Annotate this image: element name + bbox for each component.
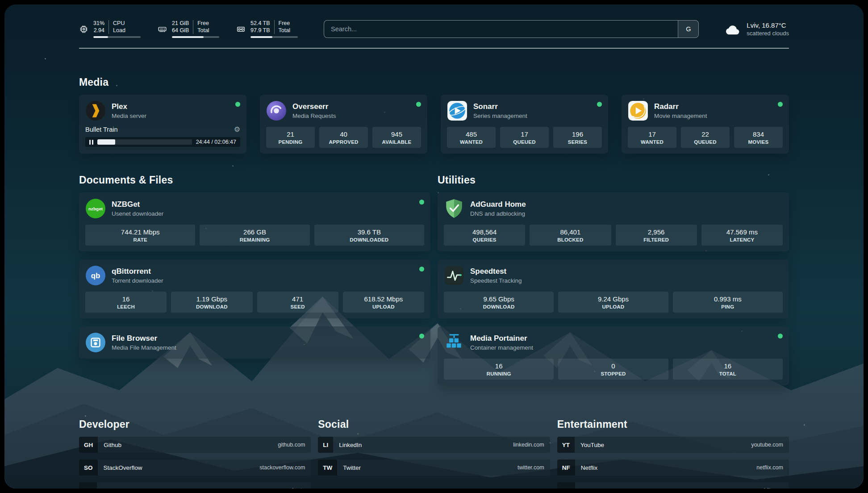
playback-progress[interactable] <box>97 139 192 145</box>
top-bar: 31% 2.94 CPU Load <box>79 16 789 42</box>
service-description: Container management <box>470 344 533 351</box>
plex-icon <box>85 100 106 121</box>
search-provider-button[interactable]: G <box>678 21 698 38</box>
bookmark-dev[interactable]: DT DEV dev.to <box>79 482 311 489</box>
adguard-icon <box>444 198 464 219</box>
stat-pending: 21PENDING <box>266 127 315 148</box>
stat-series: 196SERIES <box>553 127 602 148</box>
weather-location: Lviv, 16.87°C <box>747 21 789 29</box>
bookmark-stackoverflow[interactable]: SO StackOverflow stackoverflow.com <box>79 460 311 476</box>
stat-upload: 618.52 MbpsUPLOAD <box>343 292 424 313</box>
portainer-icon <box>444 332 464 353</box>
service-description: Torrent downloader <box>112 277 163 284</box>
speedtest-icon <box>444 265 464 286</box>
stat-download: 1.19 GbpsDOWNLOAD <box>171 292 252 313</box>
memory-widget: 21 GiB 64 GiB Free Total <box>158 20 219 38</box>
service-name: File Browser <box>112 334 176 343</box>
memory-total-value: 64 GiB <box>172 27 189 34</box>
status-dot <box>778 102 783 107</box>
service-description: Media File Management <box>112 344 176 351</box>
bookmark-twitter[interactable]: TW Twitter twitter.com <box>318 460 550 476</box>
section-documents: Documents & Files nzbget NZBGet Usenet d… <box>79 174 430 359</box>
service-card-portainer[interactable]: Media Portainer Container management 16R… <box>438 326 789 385</box>
cpu-usage-value: 31% <box>93 20 104 27</box>
stat-upload: 9.24 GbpsUPLOAD <box>558 292 668 313</box>
status-dot <box>416 102 421 107</box>
section-title-social: Social <box>318 418 550 430</box>
disk-widget: 52.4 TB 97.9 TB Free Total <box>236 20 298 38</box>
service-card-adguard[interactable]: AdGuard Home DNS and adblocking 498,564Q… <box>438 192 789 251</box>
overseerr-icon <box>266 100 287 121</box>
stat-remaining: 266 GBREMAINING <box>200 225 309 246</box>
memory-total-label: Total <box>197 27 209 34</box>
sonarr-icon <box>447 100 467 121</box>
bookmark-reddit[interactable]: RE Reddit reddit.com <box>557 482 789 489</box>
service-name: Plex <box>112 102 146 111</box>
stat-stopped: 0STOPPED <box>558 359 668 380</box>
topbar-divider <box>79 48 789 49</box>
service-description: DNS and adblocking <box>470 210 526 217</box>
disk-icon <box>236 25 246 34</box>
service-card-sonarr[interactable]: Sonarr Series management 485WANTED 17QUE… <box>441 95 608 154</box>
bookmark-group-social: Social LI LinkedIn linkedin.com TW Twitt… <box>318 418 550 476</box>
service-description: Media server <box>112 113 146 119</box>
service-card-speedtest[interactable]: Speedtest Speedtest Tracking 9.65 GbpsDO… <box>438 259 789 318</box>
qbittorrent-icon: qb <box>85 265 106 286</box>
gear-icon[interactable]: ⚙ <box>234 126 240 133</box>
service-card-nzbget[interactable]: nzbget NZBGet Usenet downloader 744.21 M… <box>79 192 430 251</box>
stat-approved: 40APPROVED <box>319 127 368 148</box>
bookmark-group-entertainment: Entertainment YT YouTube youtube.com NF … <box>557 418 789 489</box>
stat-downloaded: 39.6 TBDOWNLOADED <box>314 225 424 246</box>
radarr-icon <box>628 100 648 121</box>
svg-text:qb: qb <box>91 272 100 280</box>
bookmark-github[interactable]: GH Github github.com <box>79 437 311 453</box>
service-name: Sonarr <box>473 102 527 111</box>
search-bar: G <box>324 20 699 38</box>
stat-available: 945AVAILABLE <box>372 127 421 148</box>
section-title-documents: Documents & Files <box>79 174 430 186</box>
service-card-radarr[interactable]: Radarr Movie management 17WANTED 22QUEUE… <box>622 95 789 154</box>
resource-widgets: 31% 2.94 CPU Load <box>79 20 298 38</box>
bookmark-netflix[interactable]: NF Netflix netflix.com <box>557 460 789 476</box>
stat-wanted: 485WANTED <box>447 127 496 148</box>
stat-running: 16RUNNING <box>444 359 554 380</box>
playback-time: 24:44 / 02:06:47 <box>196 139 236 145</box>
pause-icon[interactable] <box>89 140 93 145</box>
cpu-load-label: Load <box>113 27 125 34</box>
disk-free-value: 52.4 TB <box>250 20 270 27</box>
cloud-icon <box>725 22 741 36</box>
service-description: Speedtest Tracking <box>470 277 522 284</box>
status-dot <box>597 102 602 107</box>
bookmark-youtube[interactable]: YT YouTube youtube.com <box>557 437 789 453</box>
section-title-media: Media <box>79 76 789 88</box>
section-media: Media Plex Media server <box>79 76 789 154</box>
stat-queries: 498,564QUERIES <box>444 225 525 246</box>
stat-rate: 744.21 MbpsRATE <box>85 225 195 246</box>
media-player: 24:44 / 02:06:47 <box>85 137 240 147</box>
cpu-progress-bar <box>93 36 141 38</box>
filebrowser-icon <box>85 332 106 353</box>
stat-leech: 16LEECH <box>85 292 167 313</box>
disk-total-value: 97.9 TB <box>250 27 270 34</box>
disk-total-label: Total <box>279 27 290 34</box>
bookmark-group-developer: Developer GH Github github.com SO StackO… <box>79 418 311 489</box>
service-card-plex[interactable]: Plex Media server Bullet Train ⚙ 24:44 /… <box>79 95 246 154</box>
nzbget-icon: nzbget <box>85 198 106 219</box>
service-card-filebrowser[interactable]: File Browser Media File Management <box>79 326 430 359</box>
service-card-overseerr[interactable]: Overseerr Media Requests 21PENDING 40APP… <box>260 95 427 154</box>
search-input[interactable] <box>324 21 678 38</box>
cpu-icon <box>79 25 88 34</box>
service-name: Media Portainer <box>470 334 533 343</box>
stat-filtered: 2,956FILTERED <box>616 225 697 246</box>
service-card-qbittorrent[interactable]: qb qBittorrent Torrent downloader 16LEEC… <box>79 259 430 318</box>
bookmark-linkedin[interactable]: LI LinkedIn linkedin.com <box>318 437 550 453</box>
stat-queued: 22QUEUED <box>681 127 730 148</box>
service-name: Radarr <box>654 102 707 111</box>
service-description: Media Requests <box>292 113 336 119</box>
service-name: Overseerr <box>292 102 336 111</box>
cpu-widget: 31% 2.94 CPU Load <box>79 20 141 38</box>
now-playing-title: Bullet Train <box>85 126 234 133</box>
cpu-usage-label: CPU <box>113 20 125 27</box>
memory-free-label: Free <box>197 20 209 27</box>
weather-widget[interactable]: Lviv, 16.87°C scattered clouds <box>725 21 789 37</box>
